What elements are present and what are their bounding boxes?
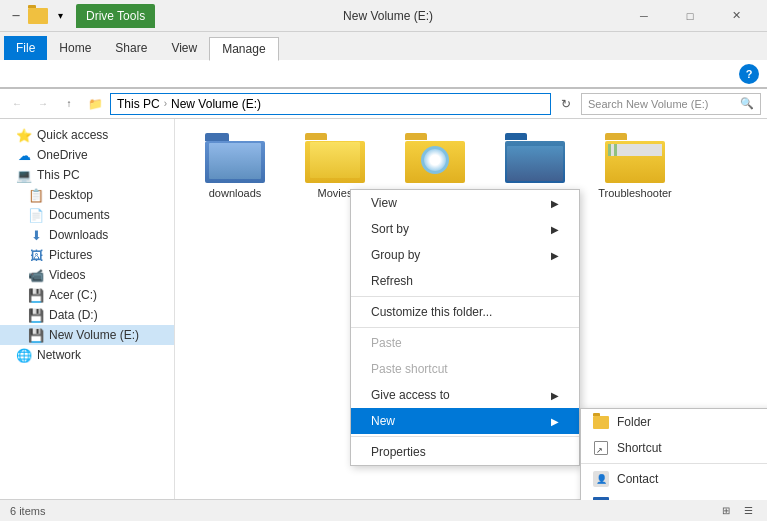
sidebar-item-pictures[interactable]: 🖼 Pictures <box>0 245 174 265</box>
ctx-view-label: View <box>371 196 397 210</box>
folder-label: Movies <box>318 187 353 200</box>
app-folder-icon <box>28 8 48 24</box>
help-button[interactable]: ? <box>739 64 759 84</box>
grid-view-button[interactable]: ⊞ <box>717 502 735 520</box>
sidebar-item-downloads[interactable]: ⬇ Downloads <box>0 225 174 245</box>
sidebar-label-drived: Data (D:) <box>49 308 98 322</box>
address-bar: ← → ↑ 📁 This PC › New Volume (E:) ↻ Sear… <box>0 89 767 119</box>
ctx-view-arrow: ▶ <box>551 198 559 209</box>
status-bar: 6 items ⊞ ☰ <box>0 499 767 521</box>
sidebar-item-drivee[interactable]: 💾 New Volume (E:) <box>0 325 174 345</box>
ctx-paste-shortcut-label: Paste shortcut <box>371 362 448 376</box>
drive-tools-tab[interactable]: Drive Tools <box>76 4 155 28</box>
view-controls: ⊞ ☰ <box>717 502 757 520</box>
submenu-folder[interactable]: Folder <box>581 409 767 435</box>
folder-icon: 📁 <box>84 93 106 115</box>
submenu-word[interactable]: W Microsoft Word Document <box>581 492 767 500</box>
close-button[interactable]: ✕ <box>713 0 759 32</box>
docs-icon: 📄 <box>28 208 44 222</box>
submenu-word-label: Microsoft Word Document <box>617 498 756 500</box>
address-path[interactable]: This PC › New Volume (E:) <box>110 93 551 115</box>
minimize-button[interactable]: ─ <box>621 0 667 32</box>
sidebar-label-thispc: This PC <box>37 168 80 182</box>
ribbon: File Home Share View Manage ? <box>0 32 767 89</box>
sidebar-item-drivec[interactable]: 💾 Acer (C:) <box>0 285 174 305</box>
ctx-sortby-label: Sort by <box>371 222 409 236</box>
ctx-groupby-label: Group by <box>371 248 420 262</box>
ctx-properties[interactable]: Properties <box>351 439 579 465</box>
refresh-button[interactable]: ↻ <box>555 93 577 115</box>
folder-label: downloads <box>209 187 262 200</box>
submenu-shortcut[interactable]: Shortcut <box>581 435 767 461</box>
videos-icon: 📹 <box>28 268 44 282</box>
ctx-give-access-label: Give access to <box>371 388 450 402</box>
ctx-refresh-label: Refresh <box>371 274 413 288</box>
context-menu: View ▶ Sort by ▶ Group by ▶ Refresh Cust… <box>350 189 580 466</box>
ribbon-tabs: File Home Share View Manage <box>0 32 767 60</box>
sidebar-item-drived[interactable]: 💾 Data (D:) <box>0 305 174 325</box>
ctx-sortby[interactable]: Sort by ▶ <box>351 216 579 242</box>
tab-share[interactable]: Share <box>103 36 159 60</box>
title-bar-system-icons: ─ ▾ <box>8 8 68 24</box>
ctx-new[interactable]: New ▶ <box>351 408 579 434</box>
folder-troubleshooter-icon <box>605 133 665 183</box>
tab-manage[interactable]: Manage <box>209 37 278 61</box>
minimize-icon: ─ <box>8 8 24 24</box>
drive-c-icon: 💾 <box>28 288 44 302</box>
ctx-customize-label: Customize this folder... <box>371 305 492 319</box>
main-area: ⭐ Quick access ☁ OneDrive 💻 This PC 📋 De… <box>0 119 767 500</box>
sidebar-label-drivec: Acer (C:) <box>49 288 97 302</box>
ctx-give-access[interactable]: Give access to ▶ <box>351 382 579 408</box>
folder-downloads[interactable]: downloads <box>195 129 275 217</box>
maximize-button[interactable]: □ <box>667 0 713 32</box>
sidebar-label-documents: Documents <box>49 208 110 222</box>
sidebar-label-onedrive: OneDrive <box>37 148 88 162</box>
search-box[interactable]: Search New Volume (E:) 🔍 <box>581 93 761 115</box>
submenu-folder-label: Folder <box>617 415 651 429</box>
network-icon: 🌐 <box>16 348 32 362</box>
breadcrumb-volume[interactable]: New Volume (E:) <box>171 97 261 111</box>
forward-button[interactable]: → <box>32 93 54 115</box>
ctx-new-label: New <box>371 414 395 428</box>
sidebar-item-documents[interactable]: 📄 Documents <box>0 205 174 225</box>
window-controls: ─ □ ✕ <box>621 0 759 32</box>
breadcrumb-thispc[interactable]: This PC <box>117 97 160 111</box>
tab-view[interactable]: View <box>159 36 209 60</box>
thispc-icon: 💻 <box>16 168 32 182</box>
sidebar-item-videos[interactable]: 📹 Videos <box>0 265 174 285</box>
sidebar-label-desktop: Desktop <box>49 188 93 202</box>
folder-troubleshooter[interactable]: Troubleshooter <box>595 129 675 217</box>
sidebar-item-quickaccess[interactable]: ⭐ Quick access <box>0 125 174 145</box>
sidebar-item-network[interactable]: 🌐 Network <box>0 345 174 365</box>
folder-downloads-icon <box>205 133 265 183</box>
sidebar-item-thispc[interactable]: 💻 This PC <box>0 165 174 185</box>
submenu-contact-label: Contact <box>617 472 658 486</box>
up-button[interactable]: ↑ <box>58 93 80 115</box>
ctx-groupby[interactable]: Group by ▶ <box>351 242 579 268</box>
back-button[interactable]: ← <box>6 93 28 115</box>
folder-movies-icon <box>305 133 365 183</box>
sidebar-label-network: Network <box>37 348 81 362</box>
contact-icon: 👤 <box>593 471 609 487</box>
item-count: 6 items <box>10 505 45 517</box>
folder-sub-icon <box>593 414 609 430</box>
ctx-new-arrow: ▶ <box>551 416 559 427</box>
sidebar-label-quickaccess: Quick access <box>37 128 108 142</box>
new-submenu: Folder Shortcut 👤 Contact W Microsoft Wo… <box>580 408 767 500</box>
tab-file[interactable]: File <box>4 36 47 60</box>
ctx-customize[interactable]: Customize this folder... <box>351 299 579 325</box>
submenu-contact[interactable]: 👤 Contact <box>581 466 767 492</box>
ctx-view[interactable]: View ▶ <box>351 190 579 216</box>
sidebar-item-desktop[interactable]: 📋 Desktop <box>0 185 174 205</box>
submenu-sep1 <box>581 463 767 464</box>
quick-access-icon: ▾ <box>52 8 68 24</box>
ctx-refresh[interactable]: Refresh <box>351 268 579 294</box>
list-view-button[interactable]: ☰ <box>739 502 757 520</box>
sidebar-label-drivee: New Volume (E:) <box>49 328 139 342</box>
shortcut-sub-icon <box>593 440 609 456</box>
folder-travelling-icon <box>505 133 565 183</box>
ribbon-content: ? <box>0 60 767 88</box>
ctx-paste-shortcut: Paste shortcut <box>351 356 579 382</box>
tab-home[interactable]: Home <box>47 36 103 60</box>
sidebar-item-onedrive[interactable]: ☁ OneDrive <box>0 145 174 165</box>
